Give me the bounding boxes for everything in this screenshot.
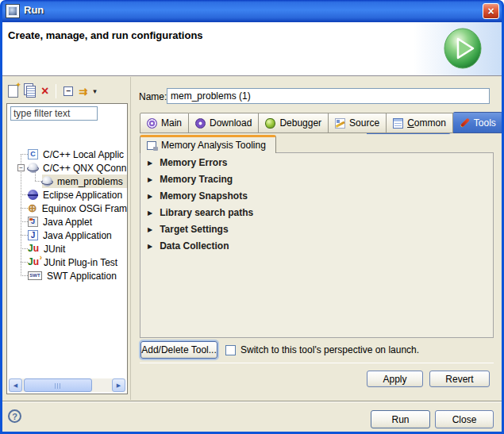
section-label: Data Collection: [160, 240, 229, 252]
section-memory-errors[interactable]: ▶ Memory Errors: [148, 156, 228, 170]
tab-debugger[interactable]: Debugger: [259, 113, 329, 133]
section-memory-tracing[interactable]: ▶ Memory Tracing: [148, 172, 233, 186]
section-memory-snapshots[interactable]: ▶ Memory Snapshots: [148, 189, 248, 203]
run-dialog: Run × Create, manage, and run configurat…: [0, 0, 504, 434]
tree-item-label: mem_problems: [56, 176, 125, 187]
tree-item-java-applet[interactable]: J Java Applet: [7, 215, 127, 229]
tree-item-label: Eclipse Application: [41, 190, 124, 201]
tree-item-cpp-local-application[interactable]: C C/C++ Local Applic: [7, 148, 127, 161]
tree-item-swt-application[interactable]: SWT SWT Application: [7, 269, 127, 282]
section-label: Memory Tracing: [160, 174, 233, 185]
tab-label: Common: [407, 117, 446, 129]
twistie-icon: ▶: [148, 176, 152, 183]
section-data-collection[interactable]: ▶ Data Collection: [148, 239, 229, 253]
section-label: Library search paths: [160, 207, 253, 218]
tree-horizontal-scrollbar[interactable]: ◀ ▶: [9, 378, 125, 392]
close-button[interactable]: Close: [435, 410, 494, 428]
tab-label: Debugger: [279, 117, 321, 129]
download-tab-icon: [195, 118, 206, 129]
close-window-button[interactable]: ×: [483, 3, 499, 19]
mem-problems-icon: [42, 176, 52, 186]
tree-item-mem-problems[interactable]: mem_problems: [7, 175, 127, 188]
swt-application-icon: SWT: [28, 271, 42, 280]
header-banner: Create, manage, and run configurations: [0, 22, 504, 76]
tab-label: Download: [210, 117, 252, 129]
scrollbar-thumb[interactable]: [24, 378, 92, 392]
tree-item-label: Equinox OSGi Fram: [40, 203, 127, 214]
common-tab-icon: [393, 118, 403, 129]
name-label: Name:: [139, 91, 167, 102]
run-banner-icon: [443, 26, 484, 74]
tab-source[interactable]: Source: [329, 113, 387, 133]
collapse-all-icon[interactable]: −: [63, 86, 73, 96]
run-button[interactable]: Run: [371, 410, 430, 428]
configurations-panel: C C/C++ Local Applic − C/C++ QNX QConn m…: [6, 103, 128, 394]
equinox-osgi-icon: ⊕: [28, 203, 37, 213]
new-configuration-icon[interactable]: ✦: [8, 85, 18, 98]
tree-item-cpp-qnx-qconn[interactable]: − C/C++ QNX QConn: [7, 161, 127, 175]
panel-sash[interactable]: [130, 77, 131, 400]
switch-perspective-label: Switch to this tool's perspective on lau…: [240, 344, 419, 355]
tree-item-junit-plugin-test[interactable]: Ju› JUnit Plug-in Test: [7, 255, 127, 269]
toolbar-dropdown-icon[interactable]: ▾: [93, 87, 97, 95]
section-label: Target Settings: [160, 224, 228, 235]
name-input[interactable]: [167, 88, 490, 104]
inner-tab-label: Memory Analysis Tooling: [161, 140, 266, 151]
twistie-icon: ▶: [148, 243, 152, 250]
config-toolbar: ✦ × − ⇉ ▾: [8, 82, 97, 101]
switch-perspective-checkbox[interactable]: [225, 345, 236, 355]
tree-item-eclipse-application[interactable]: Eclipse Application: [7, 188, 127, 202]
filter-input[interactable]: [10, 106, 98, 121]
tree-item-label: Java Application: [41, 230, 113, 241]
tab-label: Source: [349, 117, 379, 129]
window-title: Run: [24, 4, 44, 16]
source-tab-icon: [335, 118, 345, 129]
junit-plugin-test-icon: Ju›: [28, 257, 39, 267]
tree-item-equinox-osgi[interactable]: ⊕ Equinox OSGi Fram: [7, 202, 127, 215]
main-tab-icon: [147, 118, 157, 129]
c-cpp-local-application-icon: C: [28, 149, 38, 159]
tab-label: Tools: [474, 117, 496, 129]
tab-common[interactable]: Common: [387, 113, 453, 133]
tree-item-junit[interactable]: Ju JUnit: [7, 242, 127, 255]
scroll-right-arrow[interactable]: ▶: [112, 378, 125, 392]
header-title: Create, manage, and run configurations: [8, 29, 203, 41]
window-icon: [6, 5, 19, 17]
junit-icon: Ju: [28, 244, 39, 254]
twistie-icon: ▶: [148, 209, 152, 217]
scroll-left-arrow[interactable]: ◀: [9, 378, 22, 392]
tools-tab-icon: [460, 117, 470, 128]
java-applet-icon: J: [28, 217, 38, 227]
section-target-settings[interactable]: ▶ Target Settings: [148, 222, 229, 236]
configurations-tree: C C/C++ Local Applic − C/C++ QNX QConn m…: [7, 125, 127, 378]
section-library-search-paths[interactable]: ▶ Library search paths: [148, 205, 253, 220]
titlebar: Run ×: [0, 0, 504, 22]
add-delete-tool-button[interactable]: Add/Delete Tool...: [140, 341, 217, 359]
apply-button[interactable]: Apply: [367, 371, 423, 387]
duplicate-configuration-icon[interactable]: [26, 86, 36, 98]
tab-main[interactable]: Main: [140, 113, 189, 133]
section-label: Memory Snapshots: [160, 190, 248, 202]
debugger-tab-icon: [265, 118, 275, 129]
revert-button[interactable]: Revert: [429, 371, 490, 387]
tree-item-java-application[interactable]: J Java Application: [7, 229, 127, 242]
apply-separator: [140, 363, 494, 363]
tab-download[interactable]: Download: [189, 113, 259, 133]
tab-tools[interactable]: Tools: [453, 112, 504, 133]
tree-item-label: C/C++ Local Applic: [41, 149, 125, 160]
twistie-icon: ▶: [148, 193, 152, 200]
tree-item-label: SWT Application: [45, 271, 118, 282]
collapse-expander-icon[interactable]: −: [17, 164, 25, 171]
tree-item-label: Java Applet: [41, 217, 94, 228]
eclipse-application-icon: [28, 190, 38, 200]
tab-memory-analysis-tooling[interactable]: Memory Analysis Tooling: [140, 135, 276, 153]
twistie-icon: ▶: [148, 226, 152, 233]
filter-launch-configurations-icon[interactable]: ⇉: [79, 86, 87, 98]
twistie-icon: ▶: [148, 159, 152, 167]
tab-label: Main: [161, 117, 182, 129]
help-icon[interactable]: ?: [8, 409, 21, 423]
delete-configuration-icon[interactable]: ×: [41, 86, 48, 97]
tree-item-label: JUnit: [42, 244, 67, 255]
tree-item-label: C/C++ QNX QConn: [41, 163, 127, 174]
java-application-icon: J: [28, 230, 38, 240]
